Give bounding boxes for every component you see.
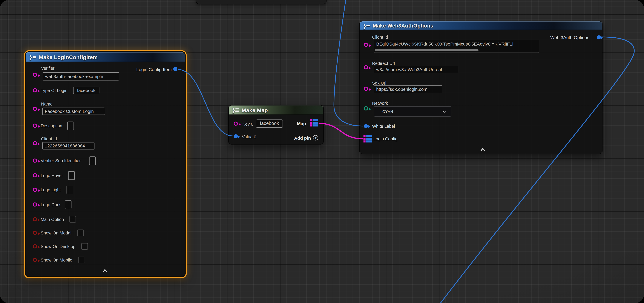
add-pin-label: Add pin — [294, 135, 311, 140]
network-dropdown-value: CYAN — [382, 110, 393, 114]
pin-value-0[interactable] — [234, 134, 238, 138]
pin-label: Type Of Login — [40, 88, 68, 93]
node-title: Make Map — [242, 107, 268, 113]
pin-label: Client Id — [372, 34, 388, 40]
pin-logo-dark[interactable] — [33, 202, 37, 206]
pin-label: Client Id — [41, 136, 57, 141]
pin-label: Logo Light — [40, 187, 61, 192]
checkbox-show-on-modal[interactable] — [77, 230, 84, 236]
pin-white-label[interactable] — [364, 124, 368, 128]
pin-label: Show On Modal — [40, 230, 71, 235]
pin-label: Show On Mobile — [40, 258, 72, 262]
collapse-node-chevron-icon[interactable] — [102, 269, 108, 272]
pin-sdk-url[interactable] — [364, 86, 368, 91]
pin-redirect-url[interactable] — [364, 65, 368, 69]
pin-description[interactable] — [33, 124, 37, 128]
wire-loginconfigitem-to-value0[interactable] — [178, 70, 232, 136]
network-dropdown[interactable]: CYAN — [374, 106, 451, 117]
output-pin-login-config-item[interactable] — [173, 67, 178, 71]
field-horizontal-scrollbar[interactable] — [374, 49, 478, 52]
field-logo-dark-empty[interactable] — [65, 200, 72, 209]
make-map-icon: } — [232, 107, 239, 113]
node-make-map[interactable]: } Make Map Key 0 facebook Map Value 0 Ad… — [228, 105, 324, 144]
field-name[interactable]: Facebook Custom Login — [42, 108, 105, 115]
pin-client-id[interactable] — [33, 141, 37, 145]
checkbox-main-option[interactable] — [70, 216, 76, 222]
pin-label: Sdk Url — [372, 80, 386, 85]
field-verifier-sub-identifier-empty[interactable] — [89, 156, 96, 165]
node-make-loginconfigitem[interactable]: } Make LoginConfigItem Login Config Item… — [26, 52, 185, 276]
pin-label: Redirect Url — [372, 61, 395, 66]
pin-label: Network — [372, 100, 388, 106]
pin-label: Main Option — [40, 217, 64, 222]
output-pin-label: Login Config Item — [136, 67, 172, 72]
field-client-id[interactable]: 1222658941886084 — [42, 142, 94, 150]
pin-key-0[interactable] — [234, 122, 238, 126]
field-sdk-url[interactable]: https://sdk.openlogin.com — [374, 85, 442, 93]
pin-show-on-desktop[interactable] — [33, 244, 37, 248]
pin-label: Show On Desktop — [40, 244, 75, 249]
pin-label: Key 0 — [242, 122, 253, 126]
node-header[interactable]: } Make Map — [229, 106, 323, 114]
chevron-down-icon — [443, 109, 446, 112]
output-pin-web3auth-options[interactable] — [597, 35, 601, 40]
pin-label: Verifier Sub Identifier — [40, 158, 80, 163]
blueprint-graph-canvas[interactable]: } Make LoginConfigItem Login Config Item… — [0, 0, 644, 303]
pin-label: White Label — [372, 124, 395, 128]
pin-network[interactable] — [364, 106, 368, 110]
field-redirect-url[interactable]: w3a://com.w3a.Web3AuthUnreal — [374, 66, 458, 73]
pin-logo-light[interactable] — [33, 188, 37, 192]
pin-logo-hover[interactable] — [33, 173, 37, 177]
pin-name[interactable] — [33, 107, 37, 111]
output-pin-label: Web 3Auth Options — [550, 35, 590, 40]
pin-label: Logo Dark — [40, 202, 60, 207]
checkbox-show-on-mobile[interactable] — [78, 257, 85, 263]
pin-label: Login Config — [373, 136, 398, 141]
wire-map-to-loginconfig[interactable] — [319, 123, 363, 139]
pin-label: Name — [41, 102, 52, 106]
node-title: Make LoginConfigItem — [39, 54, 98, 60]
add-pin-plus-icon: + — [313, 135, 318, 140]
field-type-of-login[interactable]: facebook — [73, 86, 99, 94]
screenshot-root: } Make LoginConfigItem Login Config Item… — [0, 0, 644, 303]
pin-main-option[interactable] — [33, 217, 37, 221]
pin-verifier[interactable] — [33, 73, 37, 77]
node-header[interactable]: } Make LoginConfigItem — [26, 52, 185, 62]
pin-login-config[interactable] — [364, 135, 372, 142]
pin-type-of-login[interactable] — [33, 88, 37, 92]
add-pin-button[interactable]: Add pin + — [294, 135, 318, 140]
node-make-web3authoptions[interactable]: } Make Web3AuthOptions Web 3Auth Options… — [360, 21, 602, 154]
checkbox-show-on-desktop[interactable] — [81, 243, 88, 250]
collapse-node-chevron-icon[interactable] — [480, 148, 486, 151]
make-struct-icon: } — [30, 54, 36, 60]
offscreen-node-edge[interactable] — [196, 0, 326, 4]
pin-verifier-sub-identifier[interactable] — [33, 158, 37, 162]
map-output-pin[interactable] — [310, 119, 318, 126]
field-logo-hover-empty[interactable] — [68, 171, 75, 180]
pin-label: Value 0 — [242, 134, 256, 139]
node-title: Make Web3AuthOptions — [373, 23, 433, 28]
pin-show-on-mobile[interactable] — [33, 258, 37, 262]
field-verifier[interactable]: web3auth-facebook-example — [43, 72, 119, 80]
map-output-label: Map — [297, 121, 306, 126]
key-0-field[interactable]: facebook — [256, 120, 283, 128]
pin-label: Logo Hover — [40, 173, 63, 178]
wire-offscreen-to-whitelabel[interactable] — [334, 0, 363, 126]
pin-show-on-modal[interactable] — [33, 231, 37, 235]
field-logo-light-empty[interactable] — [66, 186, 73, 194]
pin-client-id[interactable] — [364, 43, 368, 47]
field-description-empty[interactable] — [67, 121, 74, 130]
pin-label: Description — [40, 123, 62, 128]
pin-label: Verifier — [41, 66, 54, 71]
node-header[interactable]: } Make Web3AuthOptions — [360, 21, 602, 30]
make-struct-icon: } — [364, 23, 370, 28]
